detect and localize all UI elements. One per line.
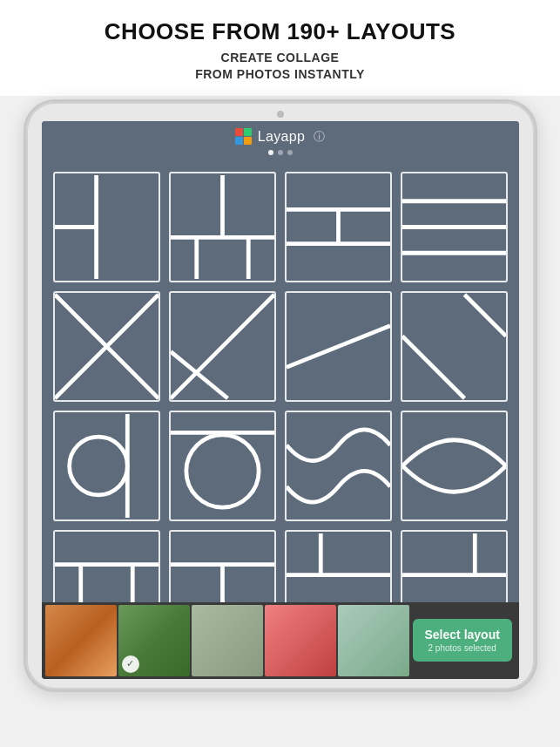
layout-cell[interactable] (280, 167, 396, 287)
select-layout-button[interactable]: Select layout 2 photos selected (413, 619, 512, 662)
svg-line-17 (402, 336, 464, 397)
svg-line-18 (464, 295, 506, 336)
photo-strip: ✓ Select layout 2 photos selected (42, 602, 519, 679)
dot-1 (268, 150, 273, 155)
photo-thumb-3[interactable] (192, 605, 263, 676)
layout-cell[interactable] (49, 287, 165, 406)
layout-grid (42, 160, 519, 602)
layout-cell[interactable] (396, 406, 512, 526)
photo-thumbnails: ✓ (42, 602, 413, 679)
app-name: Layapp (258, 129, 305, 145)
select-layout-label: Select layout (425, 628, 500, 642)
photo-thumb-2[interactable]: ✓ (118, 605, 190, 676)
layout-box-3 (285, 172, 392, 282)
layout-cell[interactable] (49, 526, 165, 602)
layout-box-9 (53, 411, 160, 521)
photo-check-2: ✓ (122, 655, 139, 673)
header-section: CHOOSE FROM 190+ LAYOUTS CREATE COLLAGEF… (0, 0, 560, 96)
layout-cell[interactable] (49, 406, 165, 526)
ipad-camera (277, 111, 284, 118)
app-logo (235, 128, 253, 146)
layout-cell[interactable] (280, 406, 396, 526)
layout-box-6 (169, 291, 276, 402)
layout-cell[interactable] (280, 526, 396, 602)
layout-cell[interactable] (280, 287, 396, 406)
page-dots (268, 150, 293, 155)
layout-box-2 (169, 172, 276, 282)
photo-thumb-1[interactable] (45, 605, 117, 676)
layout-cell[interactable] (396, 526, 512, 602)
photos-selected-label: 2 photos selected (428, 643, 496, 653)
svg-line-14 (171, 295, 274, 398)
layout-box-10 (169, 411, 276, 521)
layout-cell[interactable] (165, 287, 280, 406)
svg-point-21 (186, 435, 258, 507)
layout-box-13 (53, 530, 160, 602)
layout-box-16 (401, 530, 508, 602)
layout-box-12 (401, 411, 508, 521)
ipad-frame: Layapp ⓘ (24, 99, 537, 692)
layout-box-8 (401, 291, 508, 402)
app-bar: Layapp ⓘ (42, 121, 519, 160)
layout-box-7 (285, 291, 392, 402)
layout-box-5 (53, 291, 160, 402)
layout-cell[interactable] (396, 167, 512, 287)
photo-thumb-4[interactable] (265, 605, 336, 676)
dot-2 (278, 150, 283, 155)
sub-title: CREATE COLLAGEFROM PHOTOS INSTANTLY (17, 50, 543, 84)
layout-cell[interactable] (396, 287, 512, 406)
layout-box-15 (285, 530, 392, 602)
ipad-screen: Layapp ⓘ (42, 121, 519, 679)
svg-line-16 (287, 325, 390, 367)
layout-cell[interactable] (165, 526, 280, 602)
layout-cell[interactable] (49, 167, 165, 287)
layout-box-14 (169, 530, 276, 602)
dot-3 (287, 150, 293, 155)
layout-box-11 (285, 411, 392, 521)
main-title: CHOOSE FROM 190+ LAYOUTS (17, 19, 543, 44)
layout-cell[interactable] (165, 406, 280, 526)
layout-box-4 (401, 172, 508, 282)
photo-thumb-5[interactable] (338, 605, 409, 676)
svg-point-19 (69, 437, 127, 495)
layout-cell[interactable] (165, 167, 280, 287)
layout-box-1 (53, 172, 160, 282)
info-icon[interactable]: ⓘ (314, 129, 325, 145)
